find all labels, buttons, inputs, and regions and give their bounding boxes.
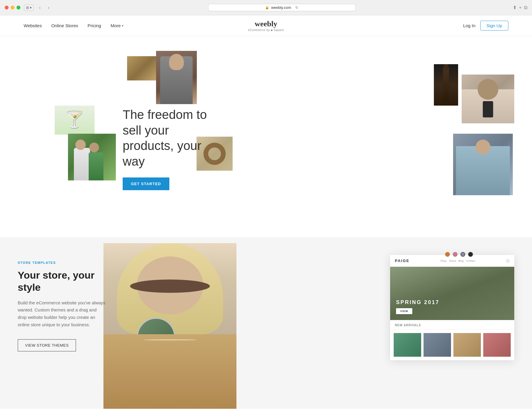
nav-websites[interactable]: Websites [24, 23, 42, 28]
dancer-image [453, 134, 513, 195]
tabs-button[interactable]: ⧉ [524, 5, 527, 10]
hero-images: 🍸 The freedom to sell your products, you [0, 48, 532, 219]
main-nav: Websites Online Stores Pricing More ▾ we… [0, 15, 532, 36]
logo-text: weebly [248, 20, 284, 28]
couple-image [68, 134, 116, 180]
frame-product-image [127, 56, 158, 80]
signup-button[interactable]: Sign Up [480, 21, 508, 30]
share-button[interactable]: ⬆ [513, 5, 517, 10]
product-item-3 [453, 333, 481, 357]
man-image [156, 51, 197, 104]
hero-content: The freedom to sell your products, your … [123, 107, 223, 190]
maximize-button[interactable] [17, 6, 20, 9]
store-preview-logo: PAIGE [395, 259, 410, 263]
nav-more-label: More [111, 23, 121, 28]
nav-logo[interactable]: weebly eCommerce by ■ Square [248, 20, 284, 32]
refresh-icon[interactable]: ↻ [295, 5, 299, 10]
hero-title: The freedom to sell your products, your … [123, 107, 223, 169]
nav-online-stores[interactable]: Online Stores [51, 23, 78, 28]
preview-nav-contact: Contact [466, 259, 475, 262]
store-description: Build the eCommerce website you've alway… [18, 299, 106, 329]
chevron-down-icon: ▾ [122, 24, 124, 28]
bottle-image [434, 64, 458, 106]
new-arrivals-label: NEW ARRIVALS [390, 320, 514, 329]
store-preview-hero-image: SPRING 2017 VIEW [390, 267, 514, 320]
logo-sub: eCommerce by ■ Square [248, 28, 284, 32]
browser-chrome: ⊞ ▾ ‹ › 🔒 weebly.com ↻ ⬆ + ⧉ [0, 0, 532, 15]
color-dots [445, 252, 473, 257]
store-section: STORE TEMPLATES Your store, your style B… [0, 237, 532, 409]
product-item-4 [483, 333, 511, 357]
new-tab-button[interactable]: + [519, 5, 522, 10]
nav-right: Log In Sign Up [463, 21, 508, 30]
store-preview-header: PAIGE Shop About Blog Contact [390, 255, 514, 267]
minimize-button[interactable] [11, 6, 14, 9]
lock-icon: 🔒 [265, 6, 269, 9]
color-dot-dark[interactable] [468, 252, 473, 257]
store-preview-view-button[interactable]: VIEW [396, 308, 412, 314]
login-link[interactable]: Log In [463, 23, 476, 28]
store-left-content: STORE TEMPLATES Your store, your style B… [0, 237, 124, 409]
nav-more[interactable]: More ▾ [111, 23, 124, 28]
store-title: Your store, your style [18, 269, 106, 293]
color-dot-orange[interactable] [445, 252, 450, 257]
preview-nav-about: About [449, 259, 456, 262]
browser-actions: ⬆ + ⧉ [513, 5, 527, 10]
address-bar[interactable]: 🔒 weebly.com ↻ [208, 4, 356, 11]
close-button[interactable] [5, 6, 9, 9]
product-item-1 [394, 333, 421, 357]
nav-left: Websites Online Stores Pricing More ▾ [24, 23, 124, 28]
url-text: weebly.com [271, 5, 291, 10]
store-preview-hero-text: SPRING 2017 VIEW [396, 299, 508, 314]
page: Websites Online Stores Pricing More ▾ we… [0, 15, 532, 409]
hero-section: 🍸 The freedom to sell your products, you [0, 36, 532, 237]
traffic-lights [5, 6, 20, 9]
get-started-button[interactable]: GET STARTED [123, 177, 169, 190]
view-store-themes-button[interactable]: VIEW STORE THEMES [18, 339, 76, 351]
store-preview-products [390, 329, 514, 360]
product-item-2 [424, 333, 451, 357]
back-button[interactable]: ‹ [37, 4, 42, 11]
preview-nav-shop: Shop [440, 259, 447, 262]
store-preview-nav: Shop About Blog Contact [440, 259, 475, 262]
person-phone-image [462, 75, 514, 123]
cocktail-image: 🍸 [55, 106, 95, 135]
sidebar-toggle-button[interactable]: ⊞ ▾ [24, 4, 34, 11]
color-dot-pink[interactable] [453, 252, 458, 257]
store-tag: STORE TEMPLATES [18, 261, 106, 264]
spring-text: SPRING 2017 [396, 299, 508, 306]
nav-pricing[interactable]: Pricing [87, 23, 101, 28]
forward-button[interactable]: › [46, 4, 51, 11]
store-preview-card: PAIGE Shop About Blog Contact SPRING 201… [390, 255, 514, 360]
preview-nav-blog: Blog [458, 259, 464, 262]
color-dot-gray[interactable] [460, 252, 465, 257]
